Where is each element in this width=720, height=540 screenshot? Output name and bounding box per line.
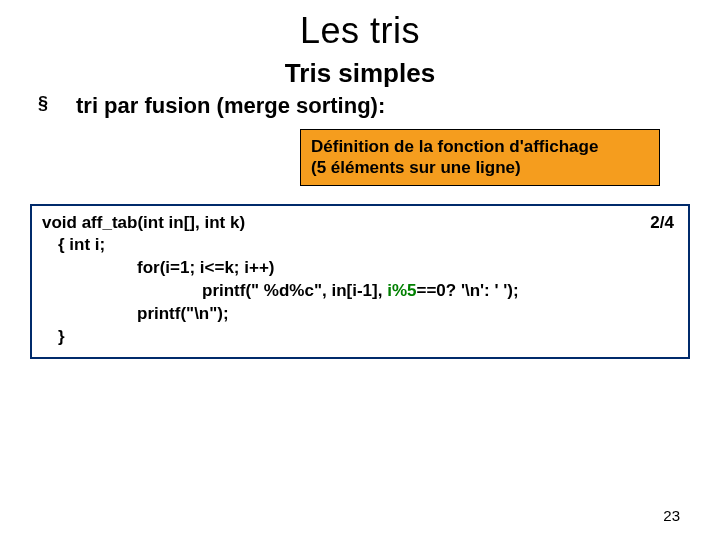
code-line-6: }	[42, 326, 678, 349]
code-page-indicator: 2/4	[650, 212, 674, 235]
slide: Les tris Tris simples § tri par fusion (…	[0, 0, 720, 540]
slide-subtitle: Tris simples	[30, 58, 690, 89]
annotation-wrap: Définition de la fonction d'affichage (5…	[30, 129, 690, 186]
bullet-text: tri par fusion (merge sorting):	[76, 93, 385, 119]
annotation-line-1: Définition de la fonction d'affichage	[311, 136, 649, 157]
code-line-2: { int i;	[42, 234, 678, 257]
code-line-4c: ==0? '\n': ' ');	[416, 281, 518, 300]
bullet-marker: §	[38, 93, 76, 114]
code-line-5: printf("\n");	[42, 303, 678, 326]
code-line-4: printf(" %d%c", in[i-1], i%5==0? '\n': '…	[42, 280, 678, 303]
code-line-3: for(i=1; i<=k; i++)	[42, 257, 678, 280]
annotation-line-2: (5 éléments sur une ligne)	[311, 157, 649, 178]
code-line-4b: i%5	[387, 281, 416, 300]
annotation-box: Définition de la fonction d'affichage (5…	[300, 129, 660, 186]
code-box: 2/4 void aff_tab(int in[], int k) { int …	[30, 204, 690, 360]
bullet-row: § tri par fusion (merge sorting):	[30, 93, 690, 119]
code-line-4a: printf(" %d%c", in[i-1],	[202, 281, 387, 300]
code-line-1: void aff_tab(int in[], int k)	[42, 212, 678, 235]
slide-number: 23	[663, 507, 680, 524]
slide-title: Les tris	[30, 10, 690, 52]
